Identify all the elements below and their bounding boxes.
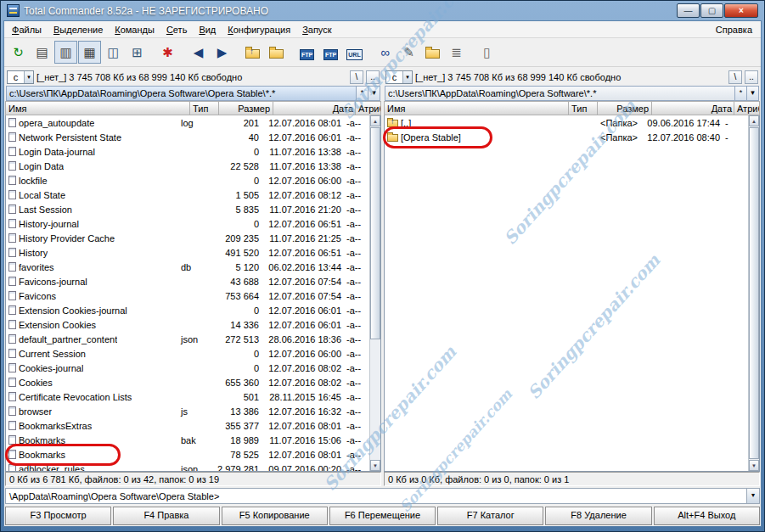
right-up-button[interactable]: ..: [745, 70, 758, 84]
left-scrollbar-thumb[interactable]: [370, 127, 380, 339]
fkey-f8[interactable]: F8 Удаление: [545, 507, 651, 525]
menu-item-5[interactable]: Вид: [193, 23, 222, 36]
quick-view-button[interactable]: ◫: [102, 41, 125, 64]
file-row[interactable]: Local State1 50512.07.2016 08:12-a--: [6, 188, 369, 202]
column-header-size[interactable]: Размер: [598, 101, 652, 115]
ftp-url-button[interactable]: [319, 41, 342, 64]
pack-files-button[interactable]: ✱: [156, 41, 179, 64]
left-scrollbar[interactable]: ▲ ▼: [369, 115, 380, 471]
command-history-button[interactable]: ▾: [746, 489, 759, 503]
left-favorites-button[interactable]: *: [356, 87, 368, 100]
chevron-down-icon[interactable]: ▾: [402, 71, 412, 83]
command-prompt[interactable]: \AppData\Roaming\Opera Software\Opera St…: [6, 491, 746, 501]
folder-row[interactable]: [Opera Stable]<Папка>12.07.2016 08:40-: [385, 130, 748, 144]
file-row[interactable]: Favicons-journal43 68812.07.2016 07:54-a…: [6, 274, 369, 288]
file-row[interactable]: Current Session012.07.2016 06:00-a--: [6, 346, 369, 361]
left-root-button[interactable]: \: [350, 70, 363, 84]
file-row[interactable]: Favicons753 66412.07.2016 07:54-a--: [6, 288, 369, 303]
sync-dirs-button[interactable]: [421, 41, 444, 64]
search-button[interactable]: ∞: [374, 41, 397, 64]
file-row[interactable]: adblocker_rulesjson2 979 28109.07.2016 0…: [6, 462, 369, 471]
new-item-button[interactable]: ▯: [475, 41, 498, 64]
menu-item-6[interactable]: Конфигурация: [222, 23, 296, 36]
url-button[interactable]: [343, 41, 366, 64]
right-drive-combo[interactable]: c ▾: [385, 70, 413, 84]
file-row[interactable]: default_partner_contentjson272 51328.06.…: [6, 332, 369, 346]
menu-item-2[interactable]: Выделение: [48, 23, 109, 36]
right-scrollbar-thumb[interactable]: [749, 127, 759, 459]
column-header-date[interactable]: Дата: [652, 101, 734, 115]
close-button[interactable]: ×: [724, 3, 758, 18]
left-up-button[interactable]: ..: [366, 70, 380, 84]
left-drive-combo[interactable]: c ▾: [7, 70, 34, 84]
fkey-alt-f4[interactable]: Alt+F4 Выход: [654, 507, 760, 525]
right-history-button[interactable]: ▾: [746, 87, 758, 100]
file-row[interactable]: Bookmarksbak18 98911.07.2016 15:06-a--: [6, 433, 369, 447]
command-line[interactable]: \AppData\Roaming\Opera Software\Opera St…: [5, 488, 760, 504]
file-row[interactable]: BookmarksExtras355 37712.07.2016 08:01-a…: [6, 418, 369, 433]
file-row[interactable]: Login Data-journal011.07.2016 13:38-a--: [6, 144, 369, 159]
file-row[interactable]: Network Persistent State4012.07.2016 06:…: [6, 130, 369, 144]
menu-item-4[interactable]: Сеть: [160, 23, 193, 36]
column-header-name[interactable]: Имя: [384, 101, 569, 115]
brief-view-button[interactable]: ▤: [31, 41, 53, 64]
menu-item-help[interactable]: Справка: [709, 23, 759, 36]
menu-item-3[interactable]: Команды: [109, 23, 160, 36]
refresh-button[interactable]: ↻: [7, 41, 30, 64]
file-row[interactable]: browserjs13 38612.07.2016 16:32-a--: [6, 404, 369, 418]
right-path-bar[interactable]: c:\Users\ПК\AppData\Roaming\Opera Softwa…: [385, 86, 759, 101]
right-scrollbar[interactable]: ▲ ▼: [748, 115, 759, 471]
notes-button[interactable]: ≣: [445, 41, 468, 64]
file-row[interactable]: lockfile012.07.2016 06:00-a--: [6, 173, 369, 188]
file-row[interactable]: Cookies-journal012.07.2016 08:02-a--: [6, 361, 369, 375]
column-header-name[interactable]: Имя: [5, 101, 190, 115]
dir-up-button[interactable]: [241, 41, 264, 64]
left-path-bar[interactable]: c:\Users\ПК\AppData\Roaming\Opera Softwa…: [6, 86, 380, 101]
scroll-up-icon[interactable]: ▲: [749, 115, 759, 126]
fkey-f6[interactable]: F6 Перемещение: [329, 507, 436, 525]
file-row[interactable]: Extension Cookies-journal012.07.2016 06:…: [6, 303, 369, 317]
file-row[interactable]: opera_autoupdatelog20112.07.2016 08:01-a…: [6, 115, 369, 130]
file-row[interactable]: History-journal012.07.2016 06:51-a--: [6, 216, 369, 231]
maximize-button[interactable]: ▢: [700, 3, 723, 18]
fkey-f5[interactable]: F5 Копирование: [222, 507, 328, 525]
file-row[interactable]: Certificate Revocation Lists50128.11.201…: [6, 389, 369, 404]
forward-button[interactable]: ▶: [211, 41, 233, 64]
scroll-up-icon[interactable]: ▲: [370, 115, 380, 126]
chevron-down-icon[interactable]: ▾: [24, 71, 33, 83]
custom-columns-button[interactable]: ▦: [78, 41, 101, 64]
scroll-down-icon[interactable]: ▼: [370, 460, 380, 471]
file-row[interactable]: Bookmarks78 52512.07.2016 08:01-a--: [6, 447, 369, 462]
menu-item-1[interactable]: Файлы: [6, 23, 48, 36]
fkey-f4[interactable]: F4 Правка: [113, 507, 219, 525]
column-header-size[interactable]: Размер: [219, 101, 273, 115]
menu-item-7[interactable]: Запуск: [296, 23, 337, 36]
file-row[interactable]: History Provider Cache209 23511.07.2016 …: [6, 231, 369, 245]
right-favorites-button[interactable]: *: [734, 87, 746, 100]
left-path: c:\Users\ПК\AppData\Roaming\Opera Softwa…: [7, 88, 356, 98]
right-root-button[interactable]: \: [728, 70, 742, 84]
file-row[interactable]: Cookies655 36012.07.2016 08:02-a--: [6, 375, 369, 389]
full-view-button[interactable]: ▥: [54, 41, 77, 64]
column-header-type[interactable]: Тип: [569, 101, 598, 115]
column-header-attr[interactable]: Атрибуты: [356, 101, 381, 115]
column-header-type[interactable]: Тип: [190, 101, 219, 115]
left-history-button[interactable]: ▾: [368, 87, 380, 100]
column-header-date[interactable]: Дата: [273, 101, 356, 115]
fkey-f7[interactable]: F7 Каталог: [437, 507, 543, 525]
folder-row[interactable]: [..]<Папка>09.06.2016 17:44-: [385, 115, 748, 130]
minimize-button[interactable]: —: [677, 3, 700, 18]
fkey-f3[interactable]: F3 Просмотр: [5, 507, 111, 525]
ftp-connect-button[interactable]: [295, 41, 318, 64]
scroll-down-icon[interactable]: ▼: [749, 460, 759, 471]
file-row[interactable]: History491 52012.07.2016 06:51-a--: [6, 245, 369, 260]
file-row[interactable]: favoritesdb5 12006.02.2016 13:44-a--: [6, 260, 369, 274]
file-row[interactable]: Extension Cookies14 33612.07.2016 06:01-…: [6, 317, 369, 332]
back-button[interactable]: ◀: [187, 41, 210, 64]
file-row[interactable]: Login Data22 52811.07.2016 13:38-a--: [6, 159, 369, 173]
file-row[interactable]: Last Session5 83511.07.2016 21:20-a--: [6, 202, 369, 216]
dir-hotlist-button[interactable]: [265, 41, 288, 64]
multi-rename-button[interactable]: ✎: [397, 41, 420, 64]
column-header-attr[interactable]: Атрибуты: [734, 101, 760, 115]
tree-view-button[interactable]: ⊞: [126, 41, 149, 64]
